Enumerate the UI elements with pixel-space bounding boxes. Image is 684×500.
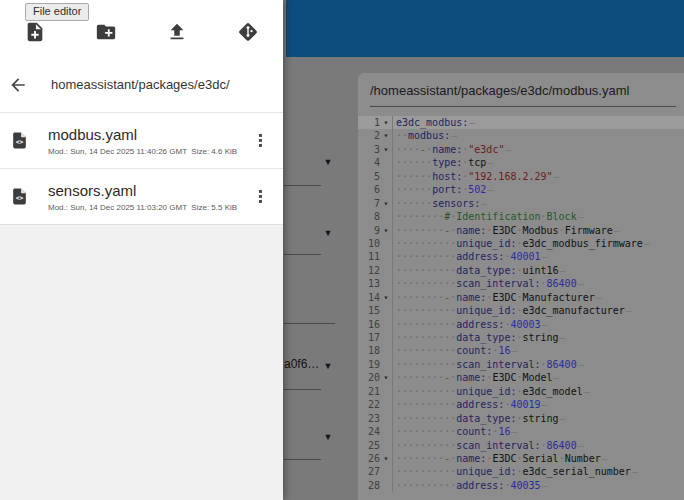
fold-arrow-icon[interactable]: ▾ bbox=[380, 129, 392, 142]
line-number: 1 bbox=[358, 116, 380, 129]
code-text: ··········count:·16– bbox=[393, 425, 517, 438]
code-text: ······type:·tcp– bbox=[393, 156, 493, 169]
line-number: 13 bbox=[358, 277, 380, 290]
code-line[interactable]: 27··········unique_id:·e3dc_serial_numbe… bbox=[358, 465, 684, 478]
code-line[interactable]: 19··········scan_interval:·86400– bbox=[358, 358, 684, 371]
line-number: 2 bbox=[358, 129, 380, 142]
code-line[interactable]: 17··········data_type:·string– bbox=[358, 331, 684, 344]
line-number: 4 bbox=[358, 156, 380, 169]
code-line[interactable]: 4······type:·tcp– bbox=[358, 156, 684, 169]
code-text: ··········address:·40019– bbox=[393, 398, 548, 411]
code-text: ··modbus:– bbox=[393, 129, 457, 142]
filename-field[interactable]: /homeassistant/packages/e3dc/modbus.yaml bbox=[370, 83, 676, 98]
back-button[interactable] bbox=[8, 75, 28, 95]
code-line[interactable]: 21··········unique_id:·e3dc_model– bbox=[358, 385, 684, 398]
fold-spacer bbox=[380, 183, 392, 196]
file-name: modbus.yaml bbox=[48, 126, 237, 143]
gutter-cell: 25 bbox=[358, 439, 393, 452]
code-line[interactable]: 11··········address:·40001– bbox=[358, 250, 684, 263]
fold-spacer bbox=[380, 465, 392, 478]
code-line[interactable]: 5······host:·"192.168.2.29"– bbox=[358, 170, 684, 183]
new-folder-button[interactable] bbox=[93, 19, 119, 45]
fold-arrow-icon[interactable]: ▾ bbox=[380, 143, 392, 156]
fold-spacer bbox=[380, 358, 392, 371]
code-text: e3dc_modbus:– bbox=[393, 116, 475, 129]
code-line[interactable]: 24··········count:·16– bbox=[358, 425, 684, 438]
code-line[interactable]: 18··········count:·16– bbox=[358, 344, 684, 357]
code-lines: 1▾e3dc_modbus:–2▾··modbus:–3▾····-·name:… bbox=[358, 113, 684, 492]
code-line[interactable]: 6······port:·502– bbox=[358, 183, 684, 196]
code-text: ··········unique_id:·e3dc_serial_number– bbox=[393, 465, 638, 478]
gutter-cell: 22 bbox=[358, 398, 393, 411]
file-menu-button[interactable] bbox=[257, 186, 264, 206]
code-text: ··········unique_id:·e3dc_manufacturer– bbox=[393, 304, 632, 317]
code-text: ········-·name:·E3DC·Modbus·Firmware– bbox=[393, 224, 620, 237]
code-line[interactable]: 3▾····-·name:·"e3dc"– bbox=[358, 143, 684, 156]
select-underline bbox=[284, 389, 321, 390]
code-text: ··········address:·40001– bbox=[393, 250, 548, 263]
code-text: ··········count:·16– bbox=[393, 344, 517, 357]
file-menu-button[interactable] bbox=[257, 130, 264, 150]
code-line[interactable]: 20▾········-·name:·E3DC·Model– bbox=[358, 371, 684, 384]
code-line[interactable]: 14▾········-·name:·E3DC·Manufacturer– bbox=[358, 291, 684, 304]
file-name: sensors.yaml bbox=[48, 182, 237, 199]
file-texts: modbus.yaml Mod.: Sun, 14 Dec 2025 11:40… bbox=[48, 126, 237, 156]
git-icon bbox=[237, 21, 259, 43]
arrow-back-icon bbox=[8, 75, 28, 95]
select-value: a0f6… bbox=[284, 357, 321, 371]
file-row-modbus[interactable]: <> modbus.yaml Mod.: Sun, 14 Dec 2025 11… bbox=[0, 113, 283, 168]
line-number: 22 bbox=[358, 398, 380, 411]
app-header bbox=[286, 0, 684, 57]
fold-arrow-icon[interactable]: ▾ bbox=[380, 452, 392, 465]
code-file-icon: <> bbox=[10, 129, 32, 152]
code-line[interactable]: 8········#·Identification·Block– bbox=[358, 210, 684, 223]
dropdown-arrow-icon: ▼ bbox=[322, 227, 334, 239]
line-number: 12 bbox=[358, 264, 380, 277]
gutter-cell: 8 bbox=[358, 210, 393, 223]
gutter-cell: 12 bbox=[358, 264, 393, 277]
fold-arrow-icon[interactable]: ▾ bbox=[380, 197, 392, 210]
line-number: 23 bbox=[358, 412, 380, 425]
code-line[interactable]: 10··········unique_id:·e3dc_modbus_firmw… bbox=[358, 237, 684, 250]
new-file-button[interactable] bbox=[22, 19, 48, 45]
fold-arrow-icon[interactable]: ▾ bbox=[380, 116, 392, 129]
code-text: ··········data_type:·uint16– bbox=[393, 264, 566, 277]
fold-arrow-icon[interactable]: ▾ bbox=[380, 371, 392, 384]
note-add-icon bbox=[24, 21, 46, 43]
code-text: ··········data_type:·string– bbox=[393, 412, 566, 425]
code-text: ······sensors:– bbox=[393, 197, 487, 210]
line-number: 6 bbox=[358, 183, 380, 196]
svg-text:<>: <> bbox=[16, 194, 24, 201]
code-editor[interactable]: 1▾e3dc_modbus:–2▾··modbus:–3▾····-·name:… bbox=[358, 113, 684, 500]
code-line[interactable]: 15··········unique_id:·e3dc_manufacturer… bbox=[358, 304, 684, 317]
code-text: ········#·Identification·Block– bbox=[393, 210, 584, 223]
line-number: 27 bbox=[358, 465, 380, 478]
code-line[interactable]: 25··········scan_interval:·86400– bbox=[358, 439, 684, 452]
fold-arrow-icon[interactable]: ▾ bbox=[380, 224, 392, 237]
fold-arrow-icon[interactable]: ▾ bbox=[380, 291, 392, 304]
code-line[interactable]: 26▾········-·name:·E3DC·Serial·Number– bbox=[358, 452, 684, 465]
code-line[interactable]: 13··········scan_interval:·86400– bbox=[358, 277, 684, 290]
line-number: 15 bbox=[358, 304, 380, 317]
code-line[interactable]: 2▾··modbus:– bbox=[358, 129, 684, 142]
select-underline bbox=[284, 323, 335, 324]
file-meta: Mod.: Sun, 14 Dec 2025 11:40:26 GMT Size… bbox=[48, 147, 237, 156]
code-line[interactable]: 22··········address:·40019– bbox=[358, 398, 684, 411]
gutter-cell: 4 bbox=[358, 156, 393, 169]
file-row-sensors[interactable]: <> sensors.yaml Mod.: Sun, 14 Dec 2025 1… bbox=[0, 169, 283, 224]
create-new-folder-icon bbox=[95, 21, 117, 43]
code-line[interactable]: 23··········data_type:·string– bbox=[358, 412, 684, 425]
upload-file-button[interactable] bbox=[164, 19, 190, 45]
code-line[interactable]: 1▾e3dc_modbus:– bbox=[358, 116, 684, 129]
line-number: 11 bbox=[358, 250, 380, 263]
code-line[interactable]: 7▾······sensors:– bbox=[358, 197, 684, 210]
gutter-cell: 6 bbox=[358, 183, 393, 196]
code-line[interactable]: 28··········address:·40035– bbox=[358, 479, 684, 492]
code-line[interactable]: 9▾········-·name:·E3DC·Modbus·Firmware– bbox=[358, 224, 684, 237]
code-text: ········-·name:·E3DC·Serial·Number– bbox=[393, 452, 608, 465]
code-line[interactable]: 16··········address:·40003– bbox=[358, 318, 684, 331]
code-line[interactable]: 12··········data_type:·uint16– bbox=[358, 264, 684, 277]
fold-spacer bbox=[380, 277, 392, 290]
code-text: ··········address:·40003– bbox=[393, 318, 548, 331]
git-button[interactable] bbox=[235, 19, 261, 45]
